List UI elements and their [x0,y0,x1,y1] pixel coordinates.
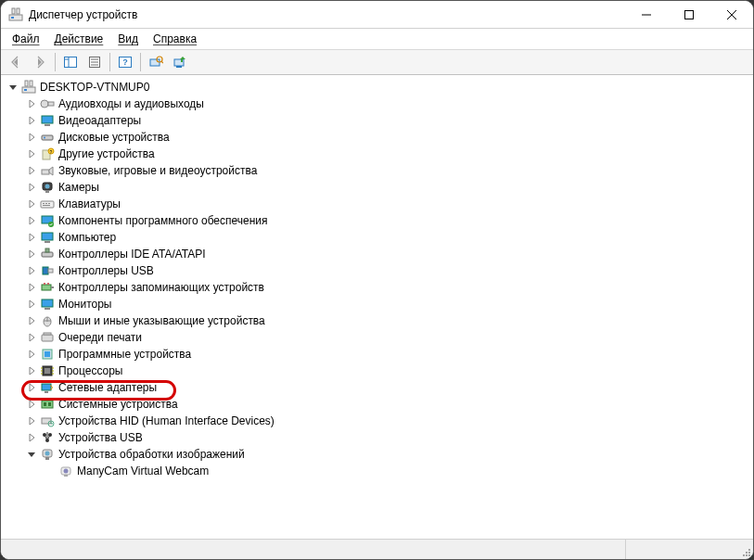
tree-root[interactable]: DESKTOP-VTNMUP0 [3,79,751,95]
tree-category[interactable]: Дисковые устройства [21,129,751,146]
back-button[interactable] [5,51,27,73]
menubar: Файл Действие Вид Справка [1,29,753,49]
tree-category[interactable]: Устройства обработки изображений [21,446,751,463]
category-label: Мониторы [58,298,111,311]
tree-category[interactable]: Сетевые адаптеры [21,379,751,396]
help-button[interactable]: ? [114,51,136,73]
tree-category[interactable]: Звуковые, игровые и видеоустройства [21,162,751,179]
tree-category[interactable]: ?Другие устройства [21,146,751,162]
device-tree-panel[interactable]: DESKTOP-VTNMUP0 Аудиовходы и аудиовыходы… [1,75,753,539]
tree-category[interactable]: Контроллеры IDE ATA/ATAPI [21,246,751,262]
svg-rect-75 [42,401,53,408]
expand-icon[interactable] [25,431,38,444]
category-icon [40,213,55,228]
svg-point-31 [44,137,45,139]
expand-icon[interactable] [6,81,19,94]
category-label: Программные устройства [58,348,191,361]
maximize-button[interactable] [668,1,710,29]
expand-icon[interactable] [25,147,38,160]
category-icon [40,447,55,462]
expand-icon[interactable] [25,114,38,127]
tree-category[interactable]: Компьютер [21,229,751,246]
svg-point-26 [41,100,48,108]
expand-icon[interactable] [25,97,38,110]
close-button[interactable] [710,1,753,29]
expand-icon[interactable] [25,314,38,327]
expand-icon[interactable] [25,264,38,277]
category-label: Очереди печати [58,331,142,344]
menu-action[interactable]: Действие [47,31,111,47]
tree-category[interactable]: Аудиовходы и аудиовыходы [21,95,751,112]
tree-category[interactable]: Программные устройства [21,346,751,363]
svg-rect-88 [45,457,49,460]
category-label: Аудиовходы и аудиовыходы [58,97,204,110]
category-icon [40,347,55,362]
expand-icon[interactable] [25,398,38,411]
menu-view[interactable]: Вид [110,31,146,47]
svg-rect-30 [42,135,53,140]
menu-file[interactable]: Файл [5,31,47,47]
tree-category[interactable]: Системные устройства [21,396,751,413]
expand-icon[interactable] [25,331,38,344]
status-segment [1,540,625,559]
svg-point-95 [748,552,750,554]
tree-category[interactable]: Контроллеры запоминающих устройств [21,279,751,296]
expand-icon[interactable] [25,414,38,427]
show-hide-tree-button[interactable] [59,51,82,73]
expand-icon[interactable] [25,131,38,144]
expand-icon[interactable] [25,281,38,294]
tree-category[interactable]: Контроллеры USB [21,262,751,279]
expand-icon[interactable] [25,214,38,227]
category-label: Системные устройства [58,398,178,411]
update-driver-button[interactable] [169,51,191,73]
properties-button[interactable] [83,51,106,73]
svg-rect-23 [24,89,27,91]
svg-rect-5 [685,10,694,19]
expand-icon[interactable] [25,298,38,311]
toolbar: ? [1,49,753,75]
expand-icon[interactable] [25,231,38,244]
expand-icon[interactable] [25,448,38,461]
svg-point-37 [45,185,50,189]
category-icon [40,430,55,445]
tree-category[interactable]: Процессоры [21,363,751,379]
expand-icon[interactable] [25,381,38,394]
tree-category[interactable]: Мониторы [21,296,751,312]
svg-rect-46 [42,233,53,240]
minimize-button[interactable] [625,1,668,29]
svg-rect-43 [43,205,50,206]
tree-category[interactable]: Камеры [21,179,751,196]
scan-hardware-button[interactable] [145,51,167,73]
svg-rect-64 [45,351,50,357]
forward-button[interactable] [29,51,51,73]
tree-category[interactable]: Устройства HID (Human Interface Devices) [21,413,751,429]
expand-icon[interactable] [25,364,38,377]
svg-rect-40 [43,203,45,204]
svg-rect-29 [45,124,50,126]
expand-icon[interactable] [25,248,38,261]
category-label: Контроллеры USB [58,264,154,277]
menu-help[interactable]: Справка [146,31,204,47]
tree-category[interactable]: Устройства USB [21,429,751,446]
tree-category[interactable]: Мыши и иные указывающие устройства [21,312,751,329]
expand-icon[interactable] [25,164,38,177]
category-icon [40,180,55,195]
svg-rect-73 [42,384,51,390]
expand-icon[interactable] [25,348,38,361]
svg-point-97 [748,549,750,551]
expand-icon[interactable] [25,197,38,210]
category-icon [40,113,55,128]
tree-category[interactable]: Клавиатуры [21,196,751,212]
tree-category[interactable]: Очереди печати [21,329,751,346]
status-segment [625,540,736,559]
expand-icon[interactable] [25,181,38,194]
category-icon [40,297,55,312]
svg-rect-61 [42,335,53,341]
category-icon [40,330,55,345]
category-label: Компоненты программного обеспечения [58,214,268,227]
category-icon [40,280,55,295]
tree-device[interactable]: ManyCam Virtual Webcam [40,463,751,479]
tree-category[interactable]: Видеоадаптеры [21,112,751,129]
resize-grip-icon[interactable] [736,540,753,559]
tree-category[interactable]: Компоненты программного обеспечения [21,212,751,229]
